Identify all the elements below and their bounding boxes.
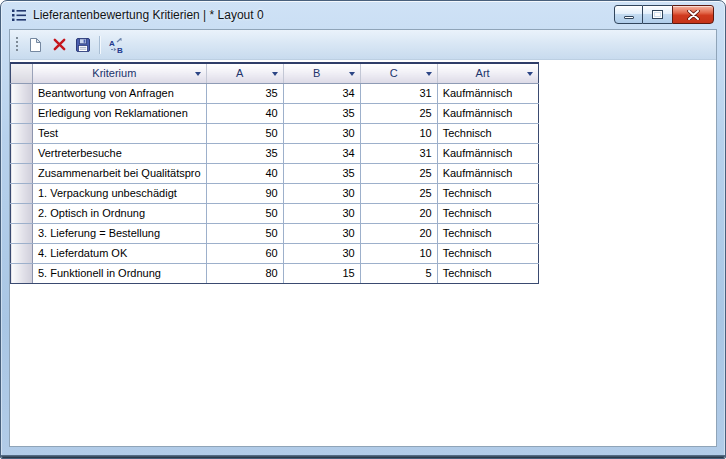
svg-text:B: B	[117, 45, 123, 53]
cell[interactable]: 35	[283, 103, 360, 123]
table-row: Zusammenarbeit bei Qualitätspro403525Kau…	[11, 163, 539, 183]
cell[interactable]: 2. Optisch in Ordnung	[33, 203, 207, 223]
new-document-icon	[27, 37, 43, 53]
cell[interactable]: 5. Funktionell in Ordnung	[33, 263, 207, 283]
cell[interactable]: Kaufmännisch	[437, 143, 538, 163]
cell[interactable]: 50	[206, 123, 283, 143]
cell[interactable]: 50	[206, 223, 283, 243]
cell[interactable]: 30	[283, 203, 360, 223]
cell[interactable]: 30	[283, 183, 360, 203]
row-indicator[interactable]	[11, 143, 33, 163]
cell[interactable]: 40	[206, 163, 283, 183]
row-indicator[interactable]	[11, 103, 33, 123]
grid-body: Beantwortung von Anfragen353431Kaufmänni…	[11, 83, 539, 283]
minimize-icon	[624, 16, 634, 19]
delete-icon	[52, 37, 67, 52]
maximize-button[interactable]	[643, 5, 672, 24]
cell[interactable]: 10	[360, 243, 437, 263]
cell[interactable]: Test	[33, 123, 207, 143]
filter-dropdown-icon[interactable]	[426, 72, 432, 76]
rename-button[interactable]: A B	[104, 33, 128, 57]
cell[interactable]: 1. Verpackung unbeschädigt	[33, 183, 207, 203]
cell[interactable]: 25	[360, 183, 437, 203]
cell[interactable]: 50	[206, 203, 283, 223]
cell[interactable]: Kaufmännisch	[437, 83, 538, 103]
cell[interactable]: 60	[206, 243, 283, 263]
cell[interactable]: 15	[283, 263, 360, 283]
titlebar[interactable]: Lieferantenbewertung Kritierien | * Layo…	[1, 1, 725, 29]
table-row: 3. Lieferung = Bestellung503020Technisch	[11, 223, 539, 243]
cell[interactable]: Technisch	[437, 123, 538, 143]
toolbar: A B	[10, 30, 716, 60]
table-row: Erledigung von Reklamationen403525Kaufmä…	[11, 103, 539, 123]
close-button[interactable]	[672, 5, 714, 24]
row-indicator[interactable]	[11, 83, 33, 103]
cell[interactable]: Kaufmännisch	[437, 163, 538, 183]
row-indicator[interactable]	[11, 123, 33, 143]
window-title: Lieferantenbewertung Kritierien | * Layo…	[33, 8, 264, 22]
cell[interactable]: 35	[206, 83, 283, 103]
list-icon	[11, 8, 27, 22]
column-header-label: A	[236, 67, 243, 79]
cell[interactable]: 5	[360, 263, 437, 283]
filter-dropdown-icon[interactable]	[527, 72, 533, 76]
row-indicator[interactable]	[11, 223, 33, 243]
cell[interactable]: Beantwortung von Anfragen	[33, 83, 207, 103]
cell[interactable]: 80	[206, 263, 283, 283]
filter-dropdown-icon[interactable]	[272, 72, 278, 76]
close-icon	[687, 10, 700, 20]
cell[interactable]: 35	[206, 143, 283, 163]
row-indicator[interactable]	[11, 243, 33, 263]
cell[interactable]: 40	[206, 103, 283, 123]
cell[interactable]: Technisch	[437, 263, 538, 283]
cell[interactable]: 10	[360, 123, 437, 143]
cell[interactable]: 31	[360, 143, 437, 163]
row-indicator[interactable]	[11, 163, 33, 183]
cell[interactable]: 20	[360, 203, 437, 223]
cell[interactable]: 25	[360, 103, 437, 123]
column-header-kriterium[interactable]: Kriterium	[33, 63, 207, 83]
toolbar-grip-handle[interactable]	[15, 36, 19, 53]
row-indicator[interactable]	[11, 183, 33, 203]
maximize-icon	[652, 10, 663, 19]
criteria-table: Kriterium A B C	[10, 62, 539, 284]
column-header-label: Kriterium	[92, 67, 136, 79]
cell[interactable]: 30	[283, 223, 360, 243]
cell[interactable]: Zusammenarbeit bei Qualitätspro	[33, 163, 207, 183]
grid-container: Kriterium A B C	[10, 60, 716, 284]
cell[interactable]: 25	[360, 163, 437, 183]
cell[interactable]: 34	[283, 143, 360, 163]
cell[interactable]: 30	[283, 243, 360, 263]
delete-button[interactable]	[47, 33, 71, 57]
cell[interactable]: 35	[283, 163, 360, 183]
cell[interactable]: Technisch	[437, 223, 538, 243]
cell[interactable]: Kaufmännisch	[437, 103, 538, 123]
cell[interactable]: 30	[283, 123, 360, 143]
toolbar-separator	[99, 36, 100, 54]
row-indicator[interactable]	[11, 203, 33, 223]
header-row: Kriterium A B C	[11, 63, 539, 83]
filter-dropdown-icon[interactable]	[195, 72, 201, 76]
column-header-a[interactable]: A	[206, 63, 283, 83]
cell[interactable]: 4. Lieferdatum OK	[33, 243, 207, 263]
column-header-art[interactable]: Art	[437, 63, 538, 83]
cell[interactable]: 20	[360, 223, 437, 243]
cell[interactable]: 3. Lieferung = Bestellung	[33, 223, 207, 243]
caption-buttons	[614, 5, 714, 24]
cell[interactable]: 31	[360, 83, 437, 103]
new-button[interactable]	[23, 33, 47, 57]
column-header-c[interactable]: C	[360, 63, 437, 83]
cell[interactable]: 90	[206, 183, 283, 203]
cell[interactable]: Vertreterbesuche	[33, 143, 207, 163]
cell[interactable]: Technisch	[437, 243, 538, 263]
table-row: 4. Lieferdatum OK603010Technisch	[11, 243, 539, 263]
cell[interactable]: Erledigung von Reklamationen	[33, 103, 207, 123]
filter-dropdown-icon[interactable]	[349, 72, 355, 76]
cell[interactable]: 34	[283, 83, 360, 103]
cell[interactable]: Technisch	[437, 183, 538, 203]
cell[interactable]: Technisch	[437, 203, 538, 223]
row-indicator[interactable]	[11, 263, 33, 283]
minimize-button[interactable]	[614, 5, 643, 24]
save-button[interactable]	[71, 33, 95, 57]
column-header-b[interactable]: B	[283, 63, 360, 83]
